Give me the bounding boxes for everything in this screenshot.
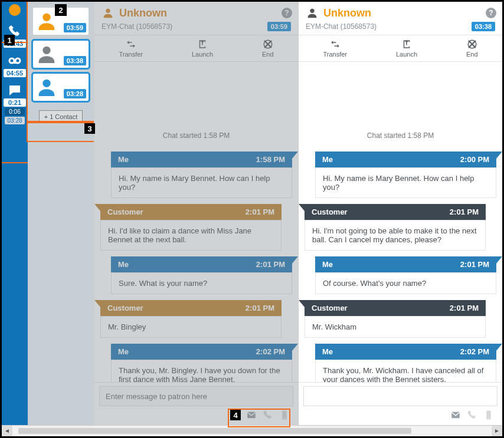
chat-header: ? Unknown EYM-Chat (10568573)03:59 [94,2,298,35]
add-contact-button[interactable]: + 1 Contact [39,110,83,123]
contact-card[interactable]: 03:28 [33,74,89,101]
message-body: Hi. My name is Mary Bennet. How can I he… [315,167,496,198]
chat-pane-right: ? Unknown EYM-Chat (10568573)03:38 Trans… [298,2,502,425]
scroll-left-arrow[interactable]: ◄ [2,426,12,436]
end-button[interactable]: End [466,39,478,58]
chat-timer-badge: 03:38 [472,22,495,31]
mail-icon[interactable] [450,410,461,420]
message-me: Me2:01 PM Sure. What is your name? [100,256,292,294]
message-body: Of course. What's your name? [315,272,496,294]
mobile-icon[interactable] [483,410,494,420]
help-icon[interactable]: ? [282,8,292,18]
annotation-4-label: 4 [230,410,241,420]
message-cust: Customer2:01 PM Mr. Wickham [305,300,496,338]
message-cust: Customer2:01 PM Mr. Bingley [100,300,292,338]
message-me: Me2:02 PM Thank you, Mr. Bingley. I have… [100,344,292,382]
chat-body[interactable]: Chat started 1:58 PM Me1:58 PM Hi. My na… [94,62,298,382]
message-me: Me1:58 PM Hi. My name is Mary Bennet. Ho… [100,152,292,198]
message-sender: Me [118,347,129,356]
chat-input-area: 4 [94,382,298,425]
transfer-button[interactable]: Transfer [323,39,347,58]
scroll-thumb[interactable] [18,428,411,434]
message-cust: Customer2:01 PM Hi. I'd like to claim a … [100,204,292,251]
horizontal-scrollbar[interactable]: ◄ ► [2,425,502,436]
help-icon[interactable]: ? [486,8,496,18]
chat-title: Unknown [323,7,371,19]
message-sender: Customer [312,304,348,312]
message-time: 2:02 PM [460,347,489,356]
message-body: Hi. My name is Mary Bennet. How can I he… [111,167,292,198]
message-time: 2:02 PM [256,347,285,356]
message-sender: Me [118,155,129,164]
message-sender: Me [322,347,333,356]
message-time: 2:00 PM [460,155,489,164]
person-icon [102,6,114,19]
contact-time: 03:28 [64,89,86,98]
message-sender: Me [118,260,129,269]
phone-icon[interactable] [467,410,477,420]
contact-time: 03:59 [64,23,86,32]
scroll-right-arrow[interactable]: ► [492,426,502,436]
content-area: 1 02:43 04:55 0:21 0:06 03:28 2 03:5903:… [2,2,502,425]
chat-subtitle: EYM-Chat (10568573) [306,22,377,31]
chat-toolbar: Transfer Launch End [299,35,502,62]
avatar-icon [33,74,60,101]
contact-time: 03:38 [64,56,86,65]
chat-input[interactable] [303,386,498,406]
scroll-track[interactable] [12,427,492,435]
annotation-1 [1,43,28,162]
message-sender: Customer [107,208,143,216]
message-time: 2:01 PM [256,260,285,269]
chat-input-area [299,382,502,425]
message-time: 1:58 PM [256,155,285,164]
message-time: 2:01 PM [450,208,479,216]
annotation-1-label: 1 [4,35,15,45]
message-body: Hi. I'm not going to be able to make it … [305,220,486,251]
status-dot[interactable] [9,4,21,16]
mail-icon[interactable] [246,410,257,420]
message-cust: Customer2:01 PM Hi. I'm not going to be … [305,204,496,251]
message-time: 2:01 PM [450,304,479,312]
mobile-icon[interactable] [279,410,290,420]
launch-button[interactable]: Launch [396,39,417,58]
chat-input[interactable] [99,386,293,406]
transfer-button[interactable]: Transfer [119,39,143,58]
contact-list: 2 03:5903:3803:28 + 1 Contact 3 [28,2,94,425]
person-icon [306,6,319,19]
left-rail: 1 02:43 04:55 0:21 0:06 03:28 [2,2,28,425]
message-me: Me2:00 PM Hi. My name is Mary Bennet. Ho… [305,152,496,198]
app-frame: 1 02:43 04:55 0:21 0:06 03:28 2 03:5903:… [0,0,504,438]
message-body: Sure. What is your name? [111,272,292,294]
message-body: Mr. Wickham [305,316,486,338]
chat-subtitle: EYM-Chat (10568573) [102,22,172,31]
message-body: Mr. Bingley [100,316,282,338]
message-sender: Customer [107,304,143,312]
launch-button[interactable]: Launch [192,39,213,58]
message-body: Thank you, Mr. Bingley. I have you down … [111,360,292,382]
chat-header: ? Unknown EYM-Chat (10568573)03:38 [299,2,502,35]
message-sender: Customer [312,208,348,216]
end-button[interactable]: End [262,39,274,58]
message-sender: Me [322,260,333,269]
chat-body[interactable]: Chat started 1:58 PM Me2:00 PM Hi. My na… [299,62,502,382]
chat-title: Unknown [119,7,167,19]
message-sender: Me [322,155,333,164]
avatar-icon [33,41,60,68]
message-time: 2:01 PM [246,304,274,312]
message-me: Me2:01 PM Of course. What's your name? [305,256,496,294]
message-time: 2:01 PM [246,208,274,216]
chat-pane-left: ? Unknown EYM-Chat (10568573)03:59 Trans… [94,2,298,425]
message-body: Hi. I'd like to claim a dance with Miss … [100,220,282,251]
phone-icon[interactable] [263,410,273,420]
annotation-3-label: 3 [84,123,95,134]
message-body: Thank you, Mr. Wickham. I have canceled … [315,360,496,382]
message-time: 2:01 PM [460,260,489,269]
chat-toolbar: Transfer Launch End [94,35,298,62]
chat-start-label: Chat started 1:58 PM [305,131,496,140]
message-me: Me2:02 PM Thank you, Mr. Wickham. I have… [305,344,496,382]
chat-start-label: Chat started 1:58 PM [100,131,292,140]
annotation-2-label: 2 [55,4,67,16]
contact-card[interactable]: 03:38 [33,41,89,68]
chat-timer-badge: 03:59 [267,22,291,31]
